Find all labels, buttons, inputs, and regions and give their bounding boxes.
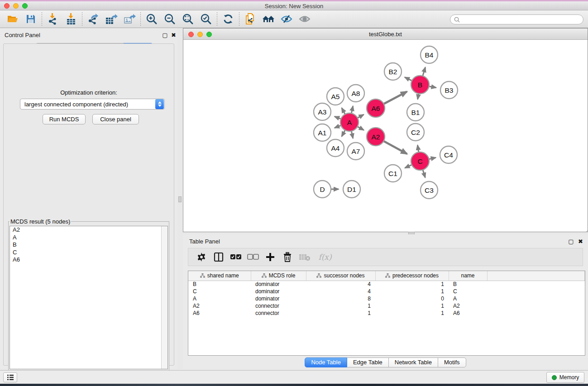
clear-selection-button[interactable]	[244, 249, 262, 265]
edge-B-B3[interactable]	[429, 86, 436, 88]
table-row[interactable]: Bdominator41B	[188, 281, 585, 288]
cell-successor-nodes[interactable]: 8	[306, 295, 375, 302]
cell-predecessor-nodes[interactable]: 1	[375, 310, 449, 317]
edge-A-A6[interactable]	[358, 114, 364, 118]
edge-A-A1[interactable]	[335, 125, 341, 128]
cell-predecessor-nodes[interactable]: 0	[375, 295, 449, 302]
vertical-divider-grip[interactable]	[178, 196, 182, 202]
tab-edge-table[interactable]: Edge Table	[347, 357, 389, 367]
column-header-shared-name[interactable]: shared name	[188, 271, 251, 281]
import-network-button[interactable]	[44, 11, 62, 27]
cell-MCDS-role[interactable]: connector	[251, 302, 306, 310]
edge-C-C1[interactable]	[405, 165, 411, 168]
float-table-panel-icon[interactable]: ▢	[568, 238, 574, 245]
add-column-button[interactable]	[262, 249, 279, 265]
delete-table-button[interactable]	[296, 249, 313, 265]
cell-name[interactable]: B	[449, 281, 487, 288]
cell-shared-name[interactable]: A6	[188, 310, 251, 317]
result-item[interactable]: A	[10, 234, 167, 242]
result-item[interactable]: B	[10, 241, 167, 249]
result-item[interactable]: A2	[10, 226, 167, 234]
edge-A-A7[interactable]	[351, 131, 353, 138]
save-session-button[interactable]	[22, 11, 40, 27]
edge-C-C2[interactable]	[417, 145, 418, 152]
refresh-button[interactable]	[219, 11, 237, 27]
export-network-button[interactable]	[84, 11, 102, 27]
column-header-name[interactable]: name	[449, 271, 487, 281]
zoom-selected-button[interactable]	[197, 11, 215, 27]
cell-predecessor-nodes[interactable]: 1	[375, 288, 449, 295]
cell-MCDS-role[interactable]: dominator	[251, 295, 306, 302]
cell-successor-nodes[interactable]: 1	[306, 302, 375, 310]
network-canvas[interactable]: B4B2BB3A8A5A6A3B1AA1C2A2A4A7C4CC1C3DD1	[184, 40, 587, 234]
tab-motifs[interactable]: Motifs	[438, 357, 466, 367]
cell-name[interactable]: A	[449, 295, 487, 302]
result-item[interactable]: A6	[10, 256, 167, 264]
hide-graphics-details-button[interactable]	[277, 11, 296, 27]
edge-A-A5[interactable]	[342, 108, 345, 114]
cell-shared-name[interactable]: B	[188, 281, 251, 288]
cell-name[interactable]: C	[449, 288, 487, 295]
column-header-successor-nodes[interactable]: successor nodes	[306, 271, 375, 281]
cell-predecessor-nodes[interactable]: 1	[375, 302, 449, 310]
cell-shared-name[interactable]: A	[188, 295, 251, 302]
cell-MCDS-role[interactable]: connector	[251, 310, 306, 317]
export-table-button[interactable]	[102, 11, 120, 27]
cell-predecessor-nodes[interactable]: 1	[375, 281, 449, 288]
function-builder-button[interactable]: f(x)	[313, 249, 337, 265]
birds-eye-view-button[interactable]	[296, 11, 314, 27]
memory-button[interactable]: Memory	[546, 372, 584, 383]
result-scrollbar[interactable]	[161, 226, 167, 369]
edge-C-C3[interactable]	[423, 170, 425, 177]
close-table-panel-icon[interactable]: ✖	[577, 238, 584, 245]
edge-A-A8[interactable]	[351, 106, 353, 113]
duplicate-network-button[interactable]	[241, 11, 259, 27]
resize-grip-icon[interactable]	[581, 225, 588, 232]
column-header-MCDS-role[interactable]: MCDS role	[251, 271, 306, 281]
tab-network-table[interactable]: Network Table	[389, 357, 438, 367]
edge-B-B1[interactable]	[418, 94, 419, 100]
node-table[interactable]: shared nameMCDS rolesuccessor nodesprede…	[188, 271, 585, 356]
close-panel-icon[interactable]: ✖	[170, 32, 177, 38]
result-item[interactable]: C	[10, 249, 167, 257]
search-field[interactable]	[450, 14, 583, 24]
edge-B-B4[interactable]	[423, 67, 425, 76]
close-panel-button[interactable]: Close panel	[92, 114, 139, 124]
cell-successor-nodes[interactable]: 1	[306, 310, 375, 317]
cell-shared-name[interactable]: C	[188, 288, 251, 295]
show-task-history-button[interactable]	[3, 372, 17, 382]
column-header-predecessor-nodes[interactable]: predecessor nodes	[375, 271, 449, 281]
zoom-fit-button[interactable]	[179, 11, 197, 27]
select-all-button[interactable]	[227, 249, 244, 265]
delete-columns-button[interactable]	[279, 249, 296, 265]
cell-MCDS-role[interactable]: dominator	[251, 281, 306, 288]
cell-MCDS-role[interactable]: dominator	[251, 288, 306, 295]
mcds-result-list[interactable]: A2ABCA6	[10, 226, 168, 369]
cell-successor-nodes[interactable]: 4	[306, 288, 375, 295]
cell-successor-nodes[interactable]: 4	[306, 281, 375, 288]
tab-node-table[interactable]: Node Table	[305, 357, 347, 367]
open-session-button[interactable]	[4, 11, 22, 27]
edge-A-A4[interactable]	[342, 130, 345, 137]
table-row[interactable]: A2connector11A2	[188, 302, 585, 310]
show-hide-panels-button[interactable]	[259, 11, 277, 27]
table-options-button[interactable]	[193, 249, 210, 265]
table-row[interactable]: A6connector11A6	[188, 310, 585, 317]
table-row[interactable]: Adominator80A	[188, 295, 585, 302]
table-row[interactable]: Cdominator41C	[188, 288, 585, 295]
zoom-in-button[interactable]	[143, 11, 161, 27]
float-panel-icon[interactable]: ▢	[162, 32, 168, 38]
edge-A-A3[interactable]	[335, 116, 341, 119]
criterion-dropdown[interactable]: largest connected component (directed)	[20, 99, 165, 110]
show-columns-button[interactable]	[210, 249, 227, 265]
export-image-button[interactable]	[120, 11, 139, 27]
cell-name[interactable]: A2	[449, 302, 487, 310]
search-input[interactable]	[462, 16, 579, 23]
cell-name[interactable]: A6	[449, 310, 487, 317]
edge-A-A2[interactable]	[358, 127, 364, 130]
import-table-button[interactable]	[62, 11, 80, 27]
zoom-out-button[interactable]	[161, 11, 179, 27]
edge-B-B2[interactable]	[405, 77, 412, 81]
edge-C-C4[interactable]	[429, 157, 436, 159]
edge-A2-C[interactable]	[384, 141, 407, 154]
